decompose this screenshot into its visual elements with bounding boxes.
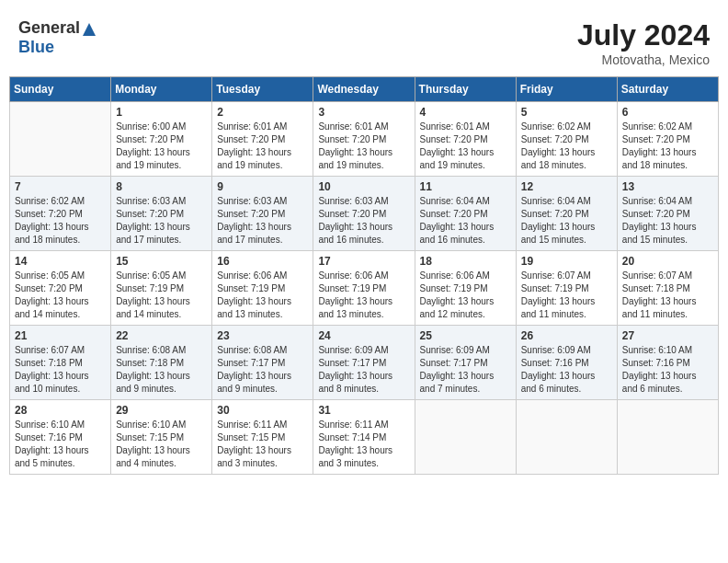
logo-icon <box>81 21 97 38</box>
day-cell: 17Sunrise: 6:06 AMSunset: 7:19 PMDayligh… <box>313 251 415 326</box>
day-cell: 10Sunrise: 6:03 AMSunset: 7:20 PMDayligh… <box>313 177 415 251</box>
logo-text: General Blue <box>18 18 98 57</box>
day-info: Sunrise: 6:04 AMSunset: 7:20 PMDaylight:… <box>622 195 713 247</box>
day-cell: 8Sunrise: 6:03 AMSunset: 7:20 PMDaylight… <box>111 177 212 251</box>
day-cell <box>415 400 516 475</box>
logo-blue: Blue <box>18 38 54 56</box>
day-info: Sunrise: 6:01 AMSunset: 7:20 PMDaylight:… <box>420 121 511 172</box>
day-info: Sunrise: 6:08 AMSunset: 7:18 PMDaylight:… <box>116 344 207 396</box>
day-number: 24 <box>318 329 409 342</box>
day-cell: 23Sunrise: 6:08 AMSunset: 7:17 PMDayligh… <box>212 326 313 400</box>
week-row-1: 1Sunrise: 6:00 AMSunset: 7:20 PMDaylight… <box>10 102 719 177</box>
day-number: 20 <box>622 255 713 268</box>
day-info: Sunrise: 6:01 AMSunset: 7:20 PMDaylight:… <box>217 121 308 172</box>
day-cell: 4Sunrise: 6:01 AMSunset: 7:20 PMDaylight… <box>415 102 516 177</box>
day-info: Sunrise: 6:10 AMSunset: 7:15 PMDaylight:… <box>116 419 207 470</box>
day-cell: 5Sunrise: 6:02 AMSunset: 7:20 PMDaylight… <box>516 102 617 177</box>
day-number: 22 <box>116 329 207 342</box>
day-number: 5 <box>521 106 612 119</box>
day-info: Sunrise: 6:04 AMSunset: 7:20 PMDaylight:… <box>521 195 612 247</box>
month-year: July 2024 <box>577 18 710 52</box>
day-cell: 15Sunrise: 6:05 AMSunset: 7:19 PMDayligh… <box>111 251 212 326</box>
day-number: 1 <box>116 106 207 119</box>
day-number: 7 <box>15 180 106 193</box>
day-info: Sunrise: 6:07 AMSunset: 7:19 PMDaylight:… <box>521 270 612 321</box>
calendar-table: SundayMondayTuesdayWednesdayThursdayFrid… <box>9 76 719 475</box>
day-number: 18 <box>420 255 511 268</box>
week-row-5: 28Sunrise: 6:10 AMSunset: 7:16 PMDayligh… <box>10 400 719 475</box>
week-row-2: 7Sunrise: 6:02 AMSunset: 7:20 PMDaylight… <box>10 177 719 251</box>
day-cell: 24Sunrise: 6:09 AMSunset: 7:17 PMDayligh… <box>313 326 415 400</box>
day-cell: 2Sunrise: 6:01 AMSunset: 7:20 PMDaylight… <box>212 102 313 177</box>
day-info: Sunrise: 6:07 AMSunset: 7:18 PMDaylight:… <box>622 270 713 321</box>
day-number: 29 <box>116 404 207 417</box>
day-cell: 14Sunrise: 6:05 AMSunset: 7:20 PMDayligh… <box>10 251 111 326</box>
day-cell: 28Sunrise: 6:10 AMSunset: 7:16 PMDayligh… <box>10 400 111 475</box>
day-number: 10 <box>318 180 409 193</box>
day-info: Sunrise: 6:03 AMSunset: 7:20 PMDaylight:… <box>217 195 308 247</box>
day-number: 26 <box>521 329 612 342</box>
day-number: 17 <box>318 255 409 268</box>
day-cell: 9Sunrise: 6:03 AMSunset: 7:20 PMDaylight… <box>212 177 313 251</box>
day-cell <box>516 400 617 475</box>
day-number: 2 <box>217 106 308 119</box>
weekday-monday: Monday <box>111 77 212 102</box>
day-info: Sunrise: 6:01 AMSunset: 7:20 PMDaylight:… <box>318 121 409 172</box>
title-block: July 2024 Motovatha, Mexico <box>577 18 710 67</box>
day-number: 9 <box>217 180 308 193</box>
weekday-thursday: Thursday <box>415 77 516 102</box>
day-cell: 18Sunrise: 6:06 AMSunset: 7:19 PMDayligh… <box>415 251 516 326</box>
weekday-wednesday: Wednesday <box>313 77 415 102</box>
day-info: Sunrise: 6:10 AMSunset: 7:16 PMDaylight:… <box>15 419 106 470</box>
day-cell: 7Sunrise: 6:02 AMSunset: 7:20 PMDaylight… <box>10 177 111 251</box>
day-info: Sunrise: 6:02 AMSunset: 7:20 PMDaylight:… <box>521 121 612 172</box>
day-info: Sunrise: 6:09 AMSunset: 7:17 PMDaylight:… <box>420 344 511 396</box>
day-info: Sunrise: 6:03 AMSunset: 7:20 PMDaylight:… <box>116 195 207 247</box>
weekday-friday: Friday <box>516 77 617 102</box>
day-number: 12 <box>521 180 612 193</box>
day-cell: 31Sunrise: 6:11 AMSunset: 7:14 PMDayligh… <box>313 400 415 475</box>
weekday-header-row: SundayMondayTuesdayWednesdayThursdayFrid… <box>10 77 719 102</box>
weekday-saturday: Saturday <box>617 77 718 102</box>
day-number: 25 <box>420 329 511 342</box>
day-cell: 26Sunrise: 6:09 AMSunset: 7:16 PMDayligh… <box>516 326 617 400</box>
day-cell <box>10 102 111 177</box>
day-info: Sunrise: 6:06 AMSunset: 7:19 PMDaylight:… <box>420 270 511 321</box>
day-cell: 16Sunrise: 6:06 AMSunset: 7:19 PMDayligh… <box>212 251 313 326</box>
day-info: Sunrise: 6:05 AMSunset: 7:20 PMDaylight:… <box>15 270 106 321</box>
location: Motovatha, Mexico <box>577 52 710 67</box>
week-row-4: 21Sunrise: 6:07 AMSunset: 7:18 PMDayligh… <box>10 326 719 400</box>
day-cell: 25Sunrise: 6:09 AMSunset: 7:17 PMDayligh… <box>415 326 516 400</box>
day-info: Sunrise: 6:10 AMSunset: 7:16 PMDaylight:… <box>622 344 713 396</box>
day-info: Sunrise: 6:11 AMSunset: 7:15 PMDaylight:… <box>217 419 308 470</box>
day-number: 13 <box>622 180 713 193</box>
day-cell: 13Sunrise: 6:04 AMSunset: 7:20 PMDayligh… <box>617 177 718 251</box>
day-number: 27 <box>622 329 713 342</box>
day-info: Sunrise: 6:07 AMSunset: 7:18 PMDaylight:… <box>15 344 106 396</box>
day-info: Sunrise: 6:08 AMSunset: 7:17 PMDaylight:… <box>217 344 308 396</box>
day-cell: 6Sunrise: 6:02 AMSunset: 7:20 PMDaylight… <box>617 102 718 177</box>
logo: General Blue <box>18 18 98 57</box>
day-info: Sunrise: 6:02 AMSunset: 7:20 PMDaylight:… <box>15 195 106 247</box>
day-number: 19 <box>521 255 612 268</box>
day-number: 6 <box>622 106 713 119</box>
day-cell: 22Sunrise: 6:08 AMSunset: 7:18 PMDayligh… <box>111 326 212 400</box>
day-number: 8 <box>116 180 207 193</box>
logo-general: General <box>18 18 80 37</box>
day-cell: 12Sunrise: 6:04 AMSunset: 7:20 PMDayligh… <box>516 177 617 251</box>
day-number: 28 <box>15 404 106 417</box>
day-number: 23 <box>217 329 308 342</box>
day-info: Sunrise: 6:04 AMSunset: 7:20 PMDaylight:… <box>420 195 511 247</box>
day-info: Sunrise: 6:09 AMSunset: 7:16 PMDaylight:… <box>521 344 612 396</box>
day-number: 15 <box>116 255 207 268</box>
day-cell: 11Sunrise: 6:04 AMSunset: 7:20 PMDayligh… <box>415 177 516 251</box>
day-number: 21 <box>15 329 106 342</box>
day-cell: 20Sunrise: 6:07 AMSunset: 7:18 PMDayligh… <box>617 251 718 326</box>
day-number: 11 <box>420 180 511 193</box>
day-info: Sunrise: 6:00 AMSunset: 7:20 PMDaylight:… <box>116 121 207 172</box>
page-header: General Blue July 2024 Motovatha, Mexico <box>9 9 719 72</box>
day-cell: 19Sunrise: 6:07 AMSunset: 7:19 PMDayligh… <box>516 251 617 326</box>
day-cell: 1Sunrise: 6:00 AMSunset: 7:20 PMDaylight… <box>111 102 212 177</box>
day-cell: 29Sunrise: 6:10 AMSunset: 7:15 PMDayligh… <box>111 400 212 475</box>
week-row-3: 14Sunrise: 6:05 AMSunset: 7:20 PMDayligh… <box>10 251 719 326</box>
